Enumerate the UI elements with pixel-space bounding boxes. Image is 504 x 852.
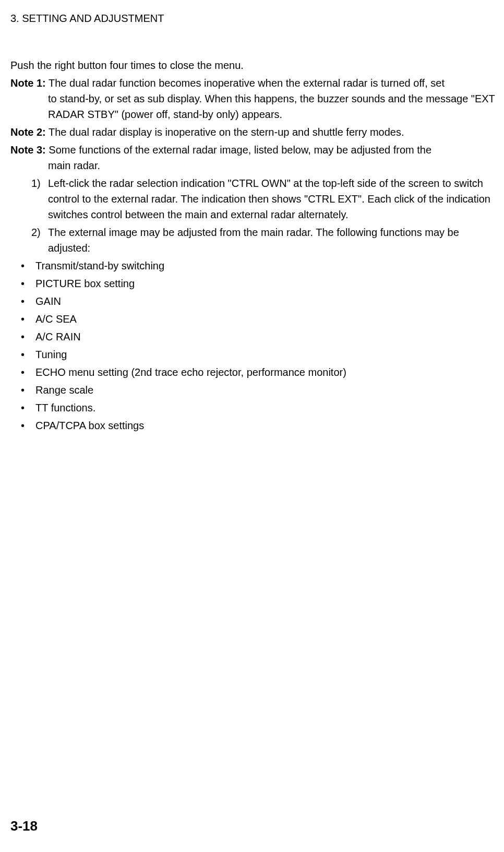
bullet-item: PICTURE box setting bbox=[27, 276, 499, 291]
note-3-text: Some functions of the external radar ima… bbox=[49, 144, 431, 156]
numbered-2: 2) The external image may be adjusted fr… bbox=[10, 224, 499, 256]
num-1-text: Left-click the radar selection indicatio… bbox=[48, 178, 490, 220]
note-2: Note 2: The dual radar display is inoper… bbox=[10, 124, 499, 140]
note-1-text: The dual radar function becomes inoperat… bbox=[49, 77, 445, 89]
note-3: Note 3: Some functions of the external r… bbox=[10, 142, 499, 173]
num-2-text: The external image may be adjusted from … bbox=[48, 227, 459, 254]
num-1-label: 1) bbox=[31, 175, 41, 191]
note-2-text: The dual radar display is inoperative on… bbox=[49, 126, 404, 138]
main-content: Push the right button four times to clos… bbox=[10, 57, 499, 433]
page-number: 3-18 bbox=[10, 816, 38, 836]
section-header: 3. SETTING AND ADJUSTMENT bbox=[10, 10, 499, 26]
bullet-item: GAIN bbox=[27, 293, 499, 309]
note-1-label: Note 1: bbox=[10, 77, 46, 89]
bullet-item: Range scale bbox=[27, 382, 499, 398]
bullet-item: TT functions. bbox=[27, 400, 499, 416]
note-1-cont: to stand-by, or set as sub display. When… bbox=[10, 91, 499, 122]
note-3-cont: main radar. bbox=[10, 158, 499, 173]
bullet-item: A/C SEA bbox=[27, 311, 499, 327]
note-1: Note 1: The dual radar function becomes … bbox=[10, 75, 499, 122]
bullet-item: Tuning bbox=[27, 347, 499, 362]
num-2-label: 2) bbox=[31, 224, 41, 240]
bullet-item: CPA/TCPA box settings bbox=[27, 418, 499, 433]
bullet-list: Transmit/stand-by switching PICTURE box … bbox=[10, 258, 499, 433]
bullet-item: A/C RAIN bbox=[27, 329, 499, 345]
intro-text: Push the right button four times to clos… bbox=[10, 57, 499, 73]
note-2-label: Note 2: bbox=[10, 126, 46, 138]
note-3-label: Note 3: bbox=[10, 144, 46, 156]
bullet-item: ECHO menu setting (2nd trace echo reject… bbox=[27, 364, 499, 380]
numbered-1: 1) Left-click the radar selection indica… bbox=[10, 175, 499, 222]
bullet-item: Transmit/stand-by switching bbox=[27, 258, 499, 274]
